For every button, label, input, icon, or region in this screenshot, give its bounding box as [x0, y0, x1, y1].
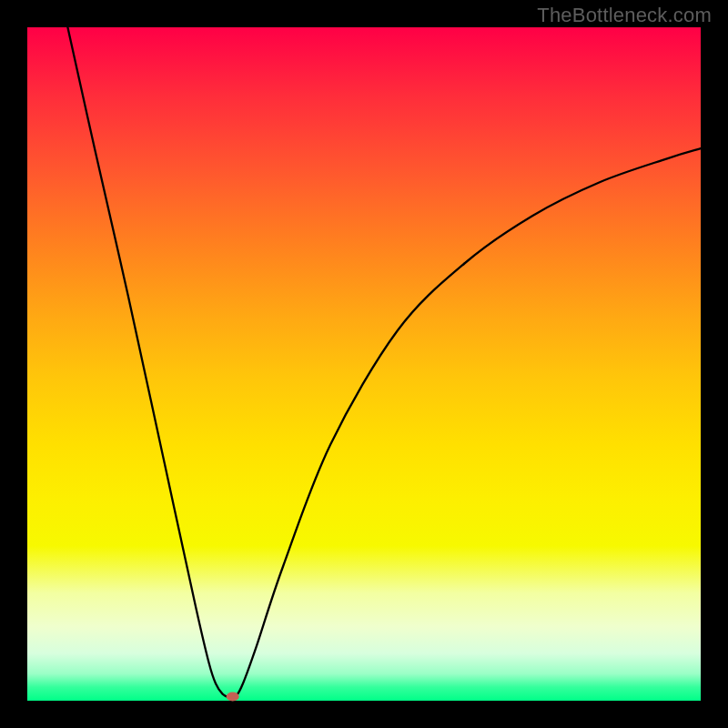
watermark-text: TheBottleneck.com: [537, 4, 712, 27]
minimum-marker: [227, 693, 239, 702]
plot-area: [27, 27, 701, 701]
chart-frame: TheBottleneck.com: [0, 0, 728, 728]
curve-layer: [27, 27, 701, 701]
bottleneck-curve: [67, 27, 701, 698]
